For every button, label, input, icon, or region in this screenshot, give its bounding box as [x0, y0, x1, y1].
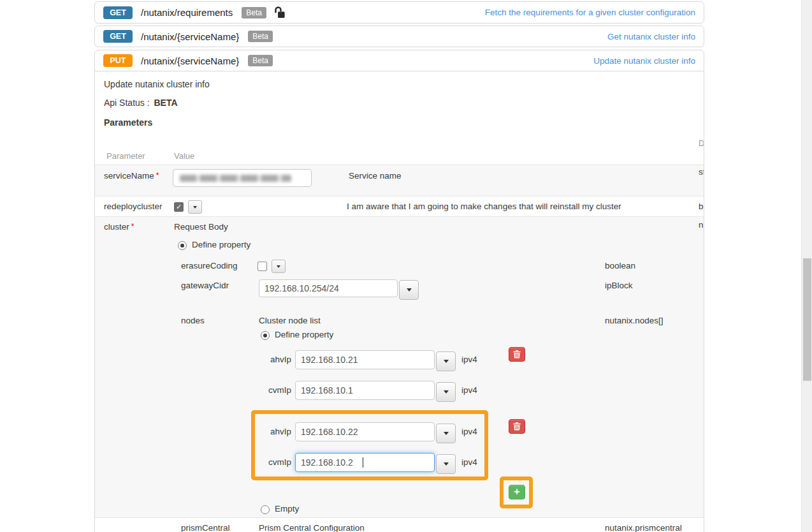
field-label-nodes: nodes	[181, 316, 205, 325]
gatewaycidr-input[interactable]	[259, 279, 398, 297]
node2-cvmip-input-focused[interactable]	[295, 453, 435, 472]
trash-icon	[513, 422, 521, 431]
field-label-gatewaycidr: gatewayCidr	[181, 281, 229, 290]
node1-delete-button[interactable]	[509, 347, 525, 362]
node1-cvmip-label: cvmIp	[254, 385, 291, 395]
http-method-badge: GET	[103, 6, 133, 19]
parameters-heading: Parameters	[104, 117, 152, 128]
beta-badge: Beta	[248, 31, 273, 42]
param-label-cluster: cluster*	[104, 222, 134, 232]
param-name: serviceName	[104, 171, 154, 181]
field-desc-nodes: Cluster node list	[259, 316, 321, 325]
endpoint-row-get-requirements[interactable]: GET /nutanix/requirements Beta Fetch the…	[94, 1, 704, 24]
node2-ahvip-input[interactable]	[295, 422, 435, 441]
node2-cvmip-label: cvmIp	[254, 457, 291, 467]
cluster-define-property-radio[interactable]	[178, 241, 187, 250]
table-header-divider	[95, 165, 704, 165]
nodes-empty-label: Empty	[275, 504, 299, 514]
chevron-down-icon	[193, 206, 197, 209]
node2-ahvip-label: ahvIp	[254, 427, 291, 436]
beta-badge: Beta	[248, 55, 273, 66]
param-label-redeploycluster: redeploycluster	[104, 202, 163, 211]
field-label-erasurecoding: erasureCoding	[181, 261, 238, 270]
node2-ahvip-type: ipv4	[461, 427, 477, 436]
endpoint-row-put-servicename[interactable]: PUT /nutanix/{serviceName} Beta Update n…	[94, 50, 704, 71]
param-desc-redeploycluster: I am aware that I am going to make chang…	[347, 202, 621, 211]
endpoint-summary-link[interactable]: Fetch the requirements for a given clust…	[485, 8, 695, 17]
chevron-down-icon	[277, 265, 280, 268]
column-header-description-clipped: D	[699, 138, 704, 148]
node2-cvmip-dropdown-button[interactable]	[436, 454, 456, 474]
node2-delete-button[interactable]	[509, 419, 525, 434]
chevron-down-icon	[407, 288, 412, 292]
operation-detail-panel: Update nutanix cluster info Api Status :…	[94, 71, 704, 532]
request-body-heading: Request Body	[174, 222, 228, 232]
required-asterisk: *	[156, 171, 159, 180]
text-cursor	[363, 457, 363, 468]
cluster-define-property-label: Define property	[192, 240, 250, 249]
required-asterisk: *	[131, 222, 134, 231]
param-type-cluster-clipped: n	[699, 220, 704, 230]
endpoint-summary-link[interactable]: Get nutanix cluster info	[607, 32, 695, 41]
gatewaycidr-dropdown-button[interactable]	[399, 280, 419, 300]
http-method-badge: GET	[103, 30, 133, 43]
vertical-scrollbar-thumb[interactable]	[803, 258, 811, 381]
field-type-nodes: nutanix.nodes[]	[605, 316, 663, 325]
endpoint-summary-link[interactable]: Update nutanix cluster info	[593, 56, 695, 66]
param-type-redeploycluster-clipped: b	[699, 202, 704, 211]
node1-ahvip-dropdown-button[interactable]	[436, 351, 456, 371]
vertical-scrollbar-track[interactable]	[801, 0, 812, 532]
field-type-prismcentral: nutanix.prismcentral	[605, 523, 682, 532]
add-node-button[interactable]: +	[509, 485, 525, 499]
chevron-down-icon	[444, 390, 449, 394]
param-type-servicename-clipped: st	[699, 167, 704, 177]
erasurecoding-dropdown-button[interactable]	[272, 260, 286, 273]
node1-cvmip-dropdown-button[interactable]	[436, 382, 456, 402]
node1-ahvip-input[interactable]	[295, 350, 435, 369]
field-desc-prismcentral: Prism Central Configuration	[259, 523, 365, 532]
api-status-value: BETA	[154, 98, 177, 108]
endpoint-path: /nutanix/{serviceName}	[141, 55, 239, 66]
chevron-down-icon	[444, 432, 449, 435]
endpoint-path: /nutanix/{serviceName}	[141, 31, 239, 42]
chevron-down-icon	[444, 462, 449, 466]
erasurecoding-checkbox[interactable]	[257, 262, 267, 271]
node1-cvmip-type: ipv4	[461, 385, 477, 395]
nodes-define-property-label: Define property	[275, 330, 333, 339]
param-label-servicename: serviceName*	[104, 171, 159, 181]
endpoint-row-get-servicename[interactable]: GET /nutanix/{serviceName} Beta Get nuta…	[94, 26, 704, 47]
servicename-input[interactable]	[173, 169, 312, 187]
servicename-redacted-value	[180, 175, 291, 182]
field-type-gatewaycidr: ipBlock	[605, 281, 633, 290]
param-desc-servicename: Service name	[349, 171, 402, 181]
node1-ahvip-label: ahvIp	[254, 355, 291, 364]
operation-title: Update nutanix cluster info	[104, 79, 210, 89]
node1-cvmip-input[interactable]	[295, 381, 435, 400]
node2-cvmip-type: ipv4	[461, 457, 477, 467]
trash-icon	[513, 350, 521, 358]
param-name: cluster	[104, 222, 129, 232]
http-method-badge: PUT	[103, 54, 133, 67]
swagger-api-page: GET /nutanix/requirements Beta Fetch the…	[0, 0, 812, 532]
nodes-define-property-radio[interactable]	[261, 331, 270, 340]
node1-ahvip-type: ipv4	[461, 355, 477, 364]
node2-ahvip-dropdown-button[interactable]	[436, 424, 456, 443]
api-status-label: Api Status :	[104, 98, 150, 108]
column-header-value: Value	[174, 151, 194, 161]
chevron-down-icon	[444, 360, 449, 363]
nodes-empty-radio[interactable]	[261, 505, 270, 514]
plus-icon: +	[514, 486, 519, 497]
beta-badge: Beta	[242, 7, 266, 18]
redeploycluster-dropdown-button[interactable]	[188, 200, 202, 214]
field-type-erasurecoding: boolean	[605, 261, 635, 270]
endpoint-path: /nutanix/requirements	[141, 7, 233, 18]
api-status: Api Status : BETA	[104, 98, 178, 108]
unlock-icon	[274, 6, 285, 18]
redeploycluster-checkbox[interactable]	[174, 202, 184, 212]
field-label-prismcentral: prismCentral	[181, 523, 230, 532]
column-header-parameter: Parameter	[106, 151, 145, 161]
